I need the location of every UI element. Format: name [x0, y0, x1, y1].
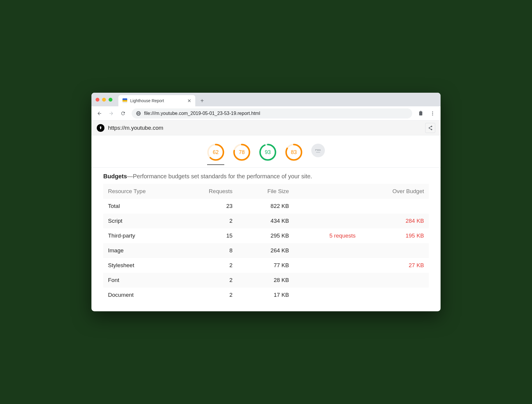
score-gauge-3[interactable]: 83 — [285, 144, 302, 161]
cell-over-size: 284 KB — [360, 214, 429, 228]
table-row: Font 2 28 KB — [103, 273, 429, 288]
score-gauge-2[interactable]: 93 — [259, 144, 276, 161]
cell-requests: 2 — [182, 288, 237, 302]
cell-size: 264 KB — [237, 243, 301, 258]
cell-size: 17 KB — [237, 288, 301, 302]
gauge-score: 62 — [207, 144, 224, 161]
arrow-left-icon — [97, 111, 102, 116]
cell-over-requests — [301, 288, 360, 302]
table-row: Document 2 17 KB — [103, 288, 429, 302]
cell-over-requests: 5 requests — [301, 228, 360, 243]
reload-button[interactable] — [118, 108, 128, 118]
close-tab-icon[interactable]: ✕ — [187, 98, 191, 104]
cell-size: 295 KB — [237, 228, 301, 243]
cell-requests: 8 — [182, 243, 237, 258]
arrow-right-icon — [109, 111, 114, 116]
cell-over-size — [360, 288, 429, 302]
report-header: https://m.youtube.com — [91, 121, 441, 135]
col-resource-type: Resource Type — [103, 184, 182, 199]
budgets-section: Budgets—Performance budgets set standard… — [91, 168, 441, 311]
cell-over-size — [360, 199, 429, 214]
lighthouse-logo-icon — [97, 124, 104, 132]
address-bar[interactable]: file:///m.youtube.com_2019-05-01_23-53-1… — [132, 108, 412, 118]
cell-resource: Total — [103, 199, 182, 214]
col-over-budget-requests — [301, 184, 360, 199]
pwa-badge-icon: PWA — [311, 144, 325, 157]
cell-requests: 2 — [182, 258, 237, 273]
tab-title: Lighthouse Report — [130, 98, 164, 103]
browser-window: Lighthouse Report ✕ + file:///m.youtube.… — [91, 93, 441, 311]
cell-over-size: 195 KB — [360, 228, 429, 243]
cell-requests: 15 — [182, 228, 237, 243]
share-icon — [428, 125, 433, 131]
cell-over-requests — [301, 243, 360, 258]
cell-resource: Third-party — [103, 228, 182, 243]
budgets-heading-rest: —Performance budgets set standards for t… — [127, 173, 312, 179]
maximize-window-button[interactable] — [109, 98, 112, 102]
table-row: Third-party 15 295 KB 5 requests 195 KB — [103, 228, 429, 243]
score-gauge-0[interactable]: 62 — [207, 144, 224, 165]
gauge-score: 78 — [233, 144, 250, 161]
cell-over-requests — [301, 273, 360, 288]
cell-over-size — [360, 273, 429, 288]
budgets-heading: Budgets—Performance budgets set standard… — [103, 173, 429, 180]
forward-button[interactable] — [106, 108, 116, 118]
col-requests: Requests — [182, 184, 237, 199]
lighthouse-favicon-icon — [122, 98, 127, 103]
table-row: Stylesheet 2 77 KB 27 KB — [103, 258, 429, 273]
col-file-size: File Size — [237, 184, 301, 199]
gauge-score: 83 — [285, 144, 302, 161]
cell-over-requests — [301, 214, 360, 228]
close-window-button[interactable] — [96, 98, 99, 102]
cell-size: 434 KB — [237, 214, 301, 228]
cell-size: 28 KB — [237, 273, 301, 288]
menu-button[interactable] — [428, 108, 438, 118]
budgets-table: Resource Type Requests File Size Over Bu… — [103, 184, 429, 302]
kebab-menu-icon — [430, 111, 435, 116]
score-gauges: 62 78 93 83 PWA — [91, 135, 441, 168]
clipboard-icon — [418, 111, 423, 116]
table-row: Script 2 434 KB 284 KB — [103, 214, 429, 228]
col-over-budget: Over Budget — [360, 184, 429, 199]
new-tab-button[interactable]: + — [198, 96, 207, 105]
browser-toolbar: file:///m.youtube.com_2019-05-01_23-53-1… — [91, 106, 441, 121]
svg-point-2 — [432, 114, 433, 115]
svg-point-1 — [432, 113, 433, 114]
budgets-header-row: Resource Type Requests File Size Over Bu… — [103, 184, 429, 199]
cell-requests: 23 — [182, 199, 237, 214]
cell-resource: Document — [103, 288, 182, 302]
cell-resource: Script — [103, 214, 182, 228]
cell-over-requests — [301, 258, 360, 273]
report-url: https://m.youtube.com — [108, 125, 163, 131]
minimize-window-button[interactable] — [102, 98, 106, 102]
cell-resource: Font — [103, 273, 182, 288]
extensions-button[interactable] — [416, 108, 426, 118]
cell-over-size — [360, 243, 429, 258]
reload-icon — [120, 111, 126, 116]
cell-requests: 2 — [182, 214, 237, 228]
score-gauge-1[interactable]: 78 — [233, 144, 250, 161]
table-row: Image 8 264 KB — [103, 243, 429, 258]
cell-size: 822 KB — [237, 199, 301, 214]
cell-resource: Stylesheet — [103, 258, 182, 273]
cell-size: 77 KB — [237, 258, 301, 273]
tab-bar: Lighthouse Report ✕ + — [91, 93, 441, 106]
window-controls — [96, 93, 118, 106]
svg-point-0 — [432, 111, 433, 112]
cell-requests: 2 — [182, 273, 237, 288]
cell-over-size: 27 KB — [360, 258, 429, 273]
globe-icon — [136, 111, 141, 116]
url-text: file:///m.youtube.com_2019-05-01_23-53-1… — [144, 111, 260, 116]
browser-tab[interactable]: Lighthouse Report ✕ — [118, 95, 195, 106]
share-button[interactable] — [425, 123, 435, 133]
cell-over-requests — [301, 199, 360, 214]
cell-resource: Image — [103, 243, 182, 258]
gauge-score: 93 — [259, 144, 276, 161]
budgets-heading-bold: Budgets — [103, 173, 127, 179]
table-row: Total 23 822 KB — [103, 199, 429, 214]
back-button[interactable] — [94, 108, 104, 118]
pwa-gauge[interactable]: PWA — [311, 144, 325, 161]
